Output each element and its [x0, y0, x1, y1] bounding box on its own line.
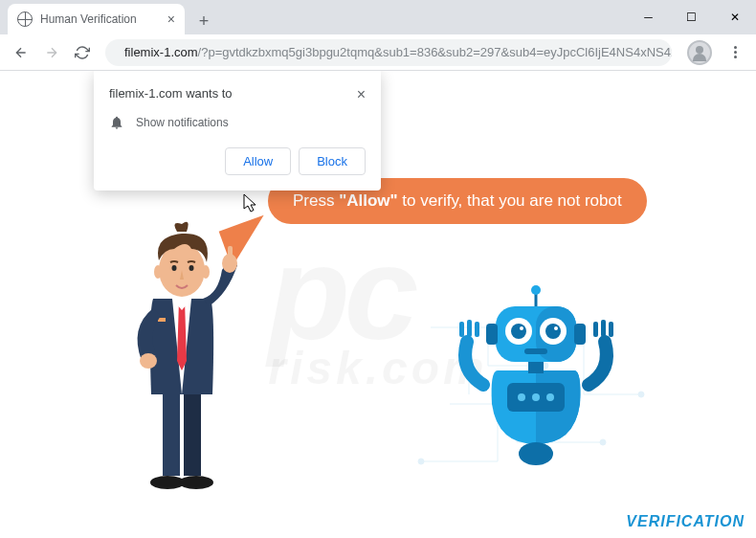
svg-point-17: [189, 265, 194, 271]
block-button[interactable]: Block: [299, 147, 366, 175]
profile-avatar[interactable]: [687, 40, 712, 65]
close-tab-icon[interactable]: ×: [167, 11, 175, 27]
svg-point-8: [179, 476, 213, 489]
minimize-button[interactable]: ─: [627, 0, 670, 34]
svg-rect-19: [467, 320, 472, 337]
tab-title: Human Verification: [40, 12, 137, 26]
browser-tab[interactable]: Human Verification ×: [8, 4, 185, 34]
svg-rect-18: [459, 322, 464, 337]
svg-point-37: [511, 324, 526, 339]
cursor-icon: [243, 193, 258, 213]
close-window-button[interactable]: ✕: [713, 0, 756, 34]
address-bar[interactable]: filemix-1.com /?p=gvtdkzbxmq5gi3bpgu2tqm…: [105, 39, 672, 66]
back-button[interactable]: [8, 39, 34, 66]
browser-toolbar: filemix-1.com /?p=gvtdkzbxmq5gi3bpgu2tqm…: [0, 34, 756, 71]
svg-point-2: [418, 459, 424, 464]
new-tab-button[interactable]: +: [190, 8, 217, 34]
robot-illustration: [450, 280, 622, 471]
svg-rect-21: [593, 322, 598, 337]
svg-rect-41: [524, 348, 547, 354]
svg-rect-6: [184, 394, 201, 476]
svg-rect-5: [163, 394, 180, 476]
svg-point-27: [546, 393, 554, 401]
svg-point-16: [172, 265, 177, 271]
svg-rect-33: [486, 324, 498, 345]
page-content: pc risk.com filemix-1.com wants to × Sho…: [0, 71, 756, 538]
svg-point-10: [140, 353, 157, 369]
maximize-button[interactable]: ☐: [670, 0, 713, 34]
menu-button[interactable]: [722, 46, 748, 58]
bell-icon: [109, 115, 124, 130]
window-controls: ─ ☐ ✕: [627, 0, 756, 34]
url-path: /?p=gvtdkzbxmq5gi3bpgu2tqmq&sub1=836&sub…: [198, 45, 672, 59]
verification-footer: VERIFICATION: [626, 513, 745, 530]
svg-rect-12: [228, 246, 233, 259]
notification-permission-label: Show notifications: [136, 116, 229, 129]
svg-point-15: [202, 265, 210, 279]
businessman-illustration: [96, 203, 268, 490]
svg-rect-20: [475, 322, 479, 337]
svg-point-40: [554, 326, 558, 330]
svg-point-39: [520, 326, 523, 330]
svg-point-38: [545, 324, 561, 339]
notification-permission-dialog: filemix-1.com wants to × Show notificati…: [94, 71, 381, 191]
allow-button[interactable]: Allow: [225, 147, 291, 175]
forward-button[interactable]: [38, 39, 65, 66]
url-domain: filemix-1.com: [124, 45, 198, 59]
globe-icon: [17, 11, 33, 27]
browser-titlebar: Human Verification × + ─ ☐ ✕: [0, 0, 756, 34]
svg-point-14: [154, 265, 162, 279]
reload-button[interactable]: [69, 39, 96, 66]
svg-rect-34: [574, 324, 586, 345]
notification-site-label: filemix-1.com wants to: [109, 86, 233, 103]
svg-point-25: [518, 393, 525, 401]
svg-rect-22: [601, 320, 606, 337]
svg-point-42: [519, 442, 553, 465]
svg-point-3: [638, 392, 644, 397]
svg-point-26: [532, 393, 540, 401]
close-dialog-icon[interactable]: ×: [357, 86, 366, 103]
svg-point-32: [531, 285, 541, 295]
svg-rect-23: [609, 322, 613, 337]
